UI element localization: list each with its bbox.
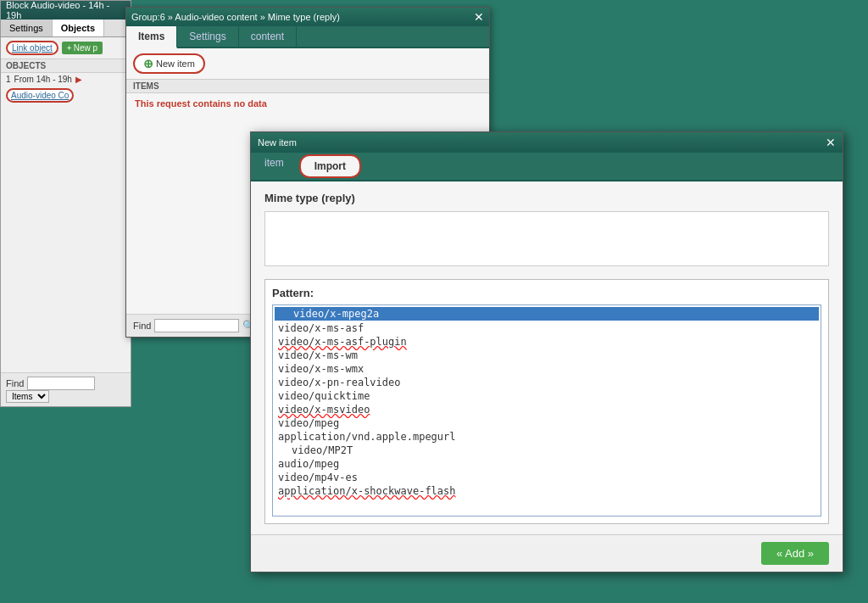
- new-item-dialog: New item ✕ item Import Mime type (reply)…: [250, 131, 843, 572]
- mid-find-label: Find: [133, 321, 151, 331]
- link-object-button[interactable]: Link object: [6, 41, 58, 55]
- mid-titlebar: Group:6 » Audio-video content » Mime typ…: [126, 8, 489, 26]
- dialog-titlebar: New item ✕: [251, 132, 843, 153]
- list-item[interactable]: video/x-ms-asf-plugin: [275, 335, 819, 349]
- add-button[interactable]: « Add »: [761, 542, 829, 565]
- dialog-close-button[interactable]: ✕: [826, 136, 836, 149]
- bg-window: Block Audio-video - 14h - 19h Settings O…: [0, 0, 131, 407]
- dialog-body: Mime type (reply) Pattern: video/x-mpeg2…: [251, 181, 843, 534]
- bg-window-tabs: Settings Objects: [1, 20, 131, 37]
- new-p-button[interactable]: + New p: [62, 42, 103, 54]
- list-item[interactable]: video/quicktime: [275, 389, 819, 403]
- row-number: 1: [6, 75, 11, 84]
- list-item[interactable]: video/x-pn-realvideo: [275, 376, 819, 389]
- mid-tabs: Items Settings content: [126, 26, 489, 48]
- bg-tab-settings[interactable]: Settings: [1, 20, 53, 36]
- list-item[interactable]: video/x-mpeg2a: [275, 307, 819, 321]
- dialog-tabs: item Import: [251, 153, 843, 181]
- dialog-title: New item: [258, 137, 297, 148]
- mid-window-title: Group:6 » Audio-video content » Mime typ…: [131, 12, 340, 22]
- no-data-message: This request contains no data: [126, 93, 489, 114]
- list-item[interactable]: video/mpeg: [275, 416, 819, 430]
- new-item-button[interactable]: ⊕ New item: [133, 53, 205, 74]
- bg-tab-objects[interactable]: Objects: [53, 20, 104, 36]
- pattern-list: video/x-mpeg2a video/x-ms-asf video/x-ms…: [275, 307, 819, 498]
- plus-circle-icon: ⊕: [143, 57, 153, 70]
- mime-type-textarea[interactable]: [264, 211, 829, 266]
- bg-object-row-1: 1 From 14h - 19h ▶: [1, 73, 131, 86]
- selection-indicator: [278, 308, 290, 320]
- audio-video-link[interactable]: Audio-video Co: [6, 88, 74, 103]
- bg-find-label: Find: [6, 378, 24, 388]
- bg-window-title: Block Audio-video - 14h - 19h: [6, 0, 125, 20]
- pattern-section: Pattern: video/x-mpeg2a video/x-ms-asf v…: [264, 279, 829, 524]
- bg-toolbar: Link object + New p: [1, 37, 131, 59]
- mid-tab-content[interactable]: content: [239, 26, 297, 47]
- mid-tab-items[interactable]: Items: [126, 26, 177, 48]
- mid-tab-settings[interactable]: Settings: [177, 26, 238, 47]
- list-item[interactable]: video/mp4v-es: [275, 471, 819, 484]
- list-item[interactable]: video/MP2T: [275, 444, 819, 457]
- bg-per-page-select[interactable]: Items: [6, 390, 49, 403]
- list-item[interactable]: video/x-ms-wm: [275, 349, 819, 362]
- mid-toolbar: ⊕ New item: [126, 48, 489, 79]
- bg-objects-header: OBJECTS: [1, 59, 131, 73]
- mime-type-heading: Mime type (reply): [264, 192, 829, 204]
- dialog-tab-item[interactable]: item: [251, 153, 298, 180]
- list-item[interactable]: video/x-msvideo: [275, 403, 819, 416]
- bg-window-titlebar: Block Audio-video - 14h - 19h: [1, 1, 131, 20]
- row-flag: ▶: [75, 75, 82, 84]
- plus-icon: +: [67, 43, 72, 53]
- pattern-list-container[interactable]: video/x-mpeg2a video/x-ms-asf video/x-ms…: [272, 304, 821, 516]
- bg-find-input[interactable]: [27, 377, 95, 390]
- list-item[interactable]: application/vnd.apple.mpegurl: [275, 430, 819, 444]
- list-item[interactable]: application/x-shockwave-flash: [275, 484, 819, 498]
- dialog-footer: « Add »: [251, 534, 843, 572]
- dialog-tab-import[interactable]: Import: [299, 154, 361, 178]
- pattern-label: Pattern:: [272, 287, 821, 299]
- bg-find-bar: Find Items: [1, 372, 131, 406]
- mid-table-header: ITEMS: [126, 79, 489, 93]
- list-item[interactable]: video/x-ms-asf: [275, 321, 819, 335]
- row-time: From 14h - 19h: [14, 75, 72, 84]
- list-item[interactable]: video/x-ms-wmx: [275, 362, 819, 376]
- list-item[interactable]: audio/mpeg: [275, 457, 819, 471]
- mid-close-button[interactable]: ✕: [474, 11, 484, 23]
- mid-find-input[interactable]: [154, 319, 239, 332]
